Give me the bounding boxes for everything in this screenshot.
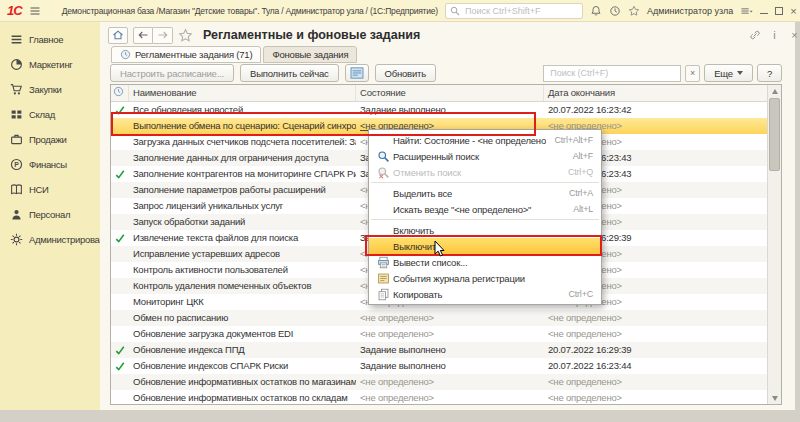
enabled-check-icon [111, 102, 129, 118]
menu-item-select-all[interactable]: Выделить всеCtrl+A [369, 185, 601, 201]
job-name-cell: Заполнение данных для ограничения доступ… [129, 150, 356, 166]
sidebar-item-admin[interactable]: Администрирование [0, 227, 100, 252]
scroll-down-arrow[interactable] [768, 392, 781, 404]
menu-item-copy[interactable]: КопироватьCtrl+C [369, 286, 601, 302]
sidebar-item-main[interactable]: Главное [0, 27, 100, 52]
history-icon[interactable] [609, 3, 621, 18]
configure-schedule-button[interactable]: Настроить расписание... [110, 64, 234, 82]
job-date-cell: <не определено> [544, 390, 768, 406]
job-state-cell: <не определено> [356, 390, 544, 406]
help-button[interactable]: ? [757, 64, 782, 82]
sidebar-item-finance[interactable]: РФинансы [0, 152, 100, 177]
close-form-icon[interactable]: × [788, 28, 800, 41]
job-name-cell: Запрос лицензий уникальных услуг [129, 198, 356, 214]
close-button[interactable]: × [790, 3, 796, 18]
sidebar-item-label: Склад [29, 109, 55, 120]
menu-item-advanced-search[interactable]: Расширенный поискAlt+F [369, 148, 601, 164]
service-menu-icon[interactable] [740, 3, 753, 18]
notifications-bell-icon[interactable] [590, 3, 602, 18]
sidebar-item-label: НСИ [29, 184, 49, 195]
table-row[interactable]: Обновление индексов СПАРК РискиЗадание в… [111, 358, 768, 374]
menu-item-disable[interactable]: Выключить [369, 238, 601, 254]
toolbar-right: × Еще ? [543, 64, 782, 82]
favorite-toggle-star-icon[interactable] [178, 28, 193, 43]
vertical-scrollbar[interactable] [767, 85, 781, 404]
check-placeholder [111, 262, 129, 278]
enabled-check-icon [111, 230, 129, 246]
table-row[interactable]: Обновление загрузка документов EDI<не оп… [111, 326, 768, 342]
menu-icon-slot [374, 239, 393, 253]
column-header-date[interactable]: Дата окончания [544, 85, 768, 101]
1c-logo: 1С [7, 3, 22, 18]
job-state-cell: <не определено> [356, 326, 544, 342]
list-search-input[interactable] [548, 67, 676, 79]
table-row[interactable]: Обновление информативных остатков по маг… [111, 374, 768, 390]
clear-search-button[interactable]: × [685, 65, 700, 82]
cancel-search-icon [374, 165, 393, 179]
refresh-button[interactable]: Обновить [375, 64, 436, 82]
sidebar-item-nsi[interactable]: НСИ [0, 177, 100, 202]
tab-background-jobs[interactable]: Фоновые задания [263, 46, 357, 63]
back-button[interactable] [133, 27, 153, 44]
table-row[interactable]: Обновление индекса ППДЗадание выполнено2… [111, 342, 768, 358]
menu-item-print-list[interactable]: Вывести список... [369, 254, 601, 270]
sidebar-item-staff[interactable]: Персонал [0, 202, 100, 227]
table-row[interactable]: Все обновления новостейЗадание выполнено… [111, 102, 768, 118]
run-now-button[interactable]: Выполнить сейчас [240, 64, 339, 82]
tab-scheduled-jobs[interactable]: Регламентные задания (71) [111, 46, 261, 63]
favorites-star-icon[interactable] [628, 3, 640, 18]
job-name-cell: Обновление информативных остатков по маг… [129, 374, 356, 390]
advanced-search-icon [374, 149, 393, 163]
main-menu-icon[interactable] [29, 4, 41, 18]
more-button[interactable]: Еще [704, 64, 753, 82]
sidebar-item-sales[interactable]: Продажи [0, 127, 100, 152]
job-name-cell: Все обновления новостей [129, 102, 356, 118]
maximize-button[interactable] [775, 3, 783, 18]
menu-item-event-log[interactable]: События журнала регистрации [369, 270, 601, 286]
scrollbar-thumb[interactable] [769, 98, 780, 171]
job-name-cell: Исправление устаревших адресов [129, 246, 356, 262]
menu-item-enable[interactable]: Включить [369, 222, 601, 238]
event-log-button[interactable] [345, 64, 369, 82]
menu-icon-slot [374, 186, 393, 200]
window-title: Демонстрационная база /Магазин "Детские … [62, 6, 438, 16]
forward-button[interactable] [153, 27, 173, 44]
table-row[interactable]: Обмен по расписанию<не определено><не оп… [111, 310, 768, 326]
home-button[interactable] [108, 27, 128, 44]
job-date-cell: 20.07.2022 16:29:39 [544, 342, 768, 358]
menu-item-search-everywhere[interactable]: Искать везде "<не определено>"Alt+L [369, 201, 601, 217]
current-user[interactable]: Администратор узла [647, 6, 733, 16]
info-icon[interactable]: i [768, 28, 781, 41]
job-state-cell: <не определено> [356, 310, 544, 326]
global-search-input[interactable] [463, 5, 578, 17]
sidebar-item-purchases[interactable]: Закупки [0, 77, 100, 102]
column-header-state[interactable]: Состояние [356, 85, 544, 101]
minimize-button[interactable] [760, 3, 768, 18]
menu-icon-slot [374, 133, 393, 147]
job-name-cell: Контроль удаления помеченных объектов [129, 278, 356, 294]
sidebar-item-marketing[interactable]: Маркетинг [0, 52, 100, 77]
check-placeholder [111, 150, 129, 166]
sidebar-item-warehouse[interactable]: Склад [0, 102, 100, 127]
column-header-name[interactable]: Наименование [129, 85, 356, 101]
job-date-cell: 20.07.2022 16:23:42 [544, 102, 768, 118]
link-icon[interactable] [748, 28, 761, 41]
job-date-cell: <не определено> [544, 374, 768, 390]
search-icon [450, 6, 460, 16]
scroll-up-arrow[interactable] [768, 85, 781, 97]
maximize-icon [775, 7, 783, 15]
job-state-cell: Задание выполнено [356, 358, 544, 374]
page-header: Регламентные и фоновые задания [108, 26, 420, 44]
header-clock-icon[interactable] [111, 85, 129, 101]
job-name-cell: Обновление информативных остатков по скл… [129, 390, 356, 406]
menu-item-find-state[interactable]: Найти: Состояние - <не определено>Ctrl+A… [369, 132, 601, 148]
job-name-cell: Заполнение параметров работы расширений [129, 182, 356, 198]
job-name-cell: Мониторинг ЦКК [129, 294, 356, 310]
check-placeholder [111, 134, 129, 150]
menu-icon-slot [374, 202, 393, 216]
table-row[interactable]: Обновление информативных остатков по скл… [111, 390, 768, 406]
tabs-bar: Регламентные задания (71) Фоновые задани… [111, 46, 357, 63]
job-name-cell: Контроль активности пользователей [129, 262, 356, 278]
check-placeholder [111, 390, 129, 406]
job-state-cell: Задание выполнено [356, 342, 544, 358]
